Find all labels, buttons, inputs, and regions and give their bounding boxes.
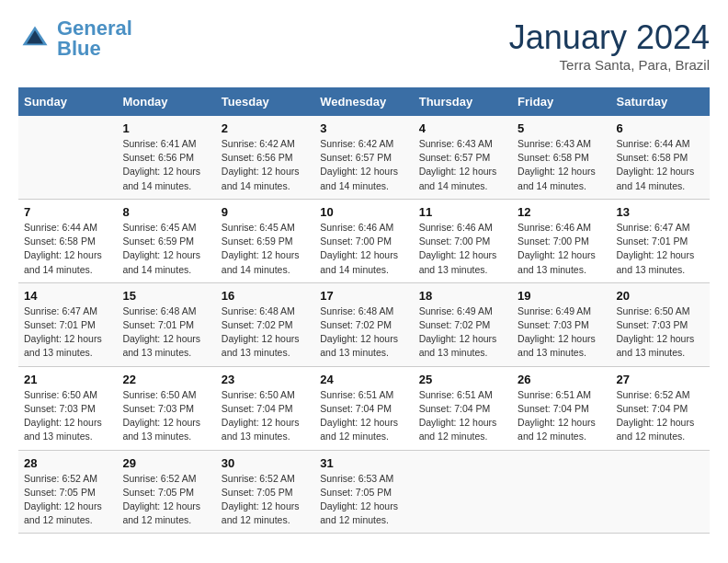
sunrise: Sunrise: 6:42 AM	[222, 138, 295, 149]
daylight: Daylight: 12 hours and 14 minutes.	[419, 165, 506, 192]
sunset: Sunset: 6:58 PM	[24, 236, 96, 247]
sunset: Sunset: 7:05 PM	[122, 487, 194, 498]
day-detail: Sunrise: 6:42 AM Sunset: 6:57 PM Dayligh…	[320, 137, 407, 193]
sunrise: Sunrise: 6:43 AM	[518, 138, 591, 149]
calendar-table: Sunday Monday Tuesday Wednesday Thursday…	[18, 87, 710, 534]
daylight: Daylight: 12 hours and 12 minutes.	[24, 500, 111, 527]
day-detail: Sunrise: 6:47 AM Sunset: 7:01 PM Dayligh…	[24, 304, 111, 361]
day-number: 5	[518, 121, 605, 135]
day-detail: Sunrise: 6:51 AM Sunset: 7:04 PM Dayligh…	[518, 388, 605, 444]
sunset: Sunset: 6:58 PM	[617, 152, 688, 163]
sunrise: Sunrise: 6:53 AM	[320, 473, 393, 484]
sunset: Sunset: 7:04 PM	[320, 403, 392, 414]
daylight: Daylight: 12 hours and 12 minutes.	[419, 416, 506, 443]
daylight: Daylight: 12 hours and 12 minutes.	[320, 416, 407, 443]
calendar-cell: 19 Sunrise: 6:49 AM Sunset: 7:03 PM Dayl…	[512, 282, 610, 366]
sunset: Sunset: 6:59 PM	[222, 236, 293, 247]
day-detail: Sunrise: 6:52 AM Sunset: 7:04 PM Dayligh…	[617, 388, 704, 444]
day-number: 15	[122, 289, 210, 303]
calendar-row-3: 14 Sunrise: 6:47 AM Sunset: 7:01 PM Dayl…	[18, 282, 710, 366]
sunset: Sunset: 7:00 PM	[419, 236, 491, 247]
sunset: Sunset: 7:04 PM	[518, 403, 589, 414]
sunrise: Sunrise: 6:44 AM	[617, 138, 690, 149]
calendar-cell	[18, 116, 117, 199]
calendar-cell: 2 Sunrise: 6:42 AM Sunset: 6:56 PM Dayli…	[216, 116, 314, 199]
day-number: 20	[617, 289, 704, 303]
day-detail: Sunrise: 6:46 AM Sunset: 7:00 PM Dayligh…	[419, 221, 506, 277]
day-detail: Sunrise: 6:42 AM Sunset: 6:56 PM Dayligh…	[222, 137, 309, 193]
day-detail: Sunrise: 6:45 AM Sunset: 6:59 PM Dayligh…	[122, 221, 210, 277]
calendar-row-4: 21 Sunrise: 6:50 AM Sunset: 7:03 PM Dayl…	[18, 366, 710, 450]
day-detail: Sunrise: 6:49 AM Sunset: 7:02 PM Dayligh…	[419, 304, 506, 361]
location: Terra Santa, Para, Brazil	[509, 57, 710, 73]
day-detail: Sunrise: 6:52 AM Sunset: 7:05 PM Dayligh…	[222, 472, 309, 528]
calendar-cell: 1 Sunrise: 6:41 AM Sunset: 6:56 PM Dayli…	[117, 116, 215, 199]
sunset: Sunset: 7:05 PM	[24, 487, 96, 498]
sunset: Sunset: 7:01 PM	[617, 236, 688, 247]
daylight: Daylight: 12 hours and 13 minutes.	[24, 332, 111, 360]
sunset: Sunset: 7:00 PM	[518, 236, 589, 247]
sunset: Sunset: 7:04 PM	[617, 403, 688, 414]
sunrise: Sunrise: 6:52 AM	[24, 473, 97, 484]
sunrise: Sunrise: 6:46 AM	[320, 222, 393, 233]
day-number: 2	[222, 121, 309, 135]
page-header: General Blue January 2024 Terra Santa, P…	[18, 18, 710, 73]
calendar-cell: 12 Sunrise: 6:46 AM Sunset: 7:00 PM Dayl…	[512, 199, 610, 282]
day-detail: Sunrise: 6:50 AM Sunset: 7:04 PM Dayligh…	[222, 388, 309, 444]
day-number: 31	[320, 456, 407, 470]
day-number: 1	[122, 121, 210, 135]
day-detail: Sunrise: 6:48 AM Sunset: 7:02 PM Dayligh…	[222, 304, 309, 361]
calendar-row-1: 1 Sunrise: 6:41 AM Sunset: 6:56 PM Dayli…	[18, 116, 710, 199]
calendar-cell: 16 Sunrise: 6:48 AM Sunset: 7:02 PM Dayl…	[216, 282, 314, 366]
col-sunday: Sunday	[18, 87, 117, 116]
daylight: Daylight: 12 hours and 12 minutes.	[222, 500, 309, 527]
sunset: Sunset: 6:59 PM	[122, 236, 194, 247]
day-number: 25	[419, 373, 506, 386]
col-monday: Monday	[117, 87, 215, 116]
daylight: Daylight: 12 hours and 14 minutes.	[222, 165, 309, 192]
day-detail: Sunrise: 6:43 AM Sunset: 6:58 PM Dayligh…	[518, 137, 605, 193]
calendar-cell: 29 Sunrise: 6:52 AM Sunset: 7:05 PM Dayl…	[117, 450, 215, 534]
sunrise: Sunrise: 6:51 AM	[419, 389, 493, 400]
calendar-cell: 22 Sunrise: 6:50 AM Sunset: 7:03 PM Dayl…	[117, 366, 215, 450]
sunrise: Sunrise: 6:47 AM	[617, 222, 690, 233]
day-detail: Sunrise: 6:51 AM Sunset: 7:04 PM Dayligh…	[419, 388, 506, 444]
day-number: 26	[518, 373, 605, 386]
sunrise: Sunrise: 6:50 AM	[24, 389, 97, 400]
daylight: Daylight: 12 hours and 13 minutes.	[617, 248, 704, 276]
day-number: 8	[122, 205, 210, 219]
daylight: Daylight: 12 hours and 14 minutes.	[617, 165, 704, 192]
day-detail: Sunrise: 6:50 AM Sunset: 7:03 PM Dayligh…	[24, 388, 111, 444]
calendar-cell: 7 Sunrise: 6:44 AM Sunset: 6:58 PM Dayli…	[18, 199, 117, 282]
day-number: 10	[320, 205, 407, 219]
calendar-cell: 10 Sunrise: 6:46 AM Sunset: 7:00 PM Dayl…	[314, 199, 413, 282]
day-number: 12	[518, 205, 605, 219]
day-detail: Sunrise: 6:44 AM Sunset: 6:58 PM Dayligh…	[617, 137, 704, 193]
calendar-cell: 27 Sunrise: 6:52 AM Sunset: 7:04 PM Dayl…	[611, 366, 710, 450]
day-number: 29	[122, 456, 210, 470]
sunrise: Sunrise: 6:46 AM	[518, 222, 591, 233]
day-number: 4	[419, 121, 506, 135]
day-detail: Sunrise: 6:47 AM Sunset: 7:01 PM Dayligh…	[617, 221, 704, 277]
calendar-cell: 23 Sunrise: 6:50 AM Sunset: 7:04 PM Dayl…	[216, 366, 314, 450]
day-number: 3	[320, 121, 407, 135]
day-number: 23	[222, 373, 309, 386]
day-number: 22	[122, 373, 210, 386]
col-tuesday: Tuesday	[216, 87, 314, 116]
sunrise: Sunrise: 6:44 AM	[24, 222, 97, 233]
day-detail: Sunrise: 6:46 AM Sunset: 7:00 PM Dayligh…	[518, 221, 605, 277]
day-number: 27	[617, 373, 704, 386]
sunrise: Sunrise: 6:51 AM	[518, 389, 591, 400]
sunset: Sunset: 7:01 PM	[122, 319, 194, 330]
sunrise: Sunrise: 6:45 AM	[122, 222, 196, 233]
sunrise: Sunrise: 6:49 AM	[518, 305, 591, 316]
day-detail: Sunrise: 6:53 AM Sunset: 7:05 PM Dayligh…	[320, 472, 407, 528]
col-saturday: Saturday	[611, 87, 710, 116]
col-thursday: Thursday	[414, 87, 512, 116]
sunset: Sunset: 7:03 PM	[617, 319, 688, 330]
day-number: 6	[617, 121, 704, 135]
day-number: 30	[222, 456, 309, 470]
daylight: Daylight: 12 hours and 13 minutes.	[518, 332, 605, 360]
day-detail: Sunrise: 6:43 AM Sunset: 6:57 PM Dayligh…	[419, 137, 506, 193]
daylight: Daylight: 12 hours and 12 minutes.	[122, 500, 210, 527]
